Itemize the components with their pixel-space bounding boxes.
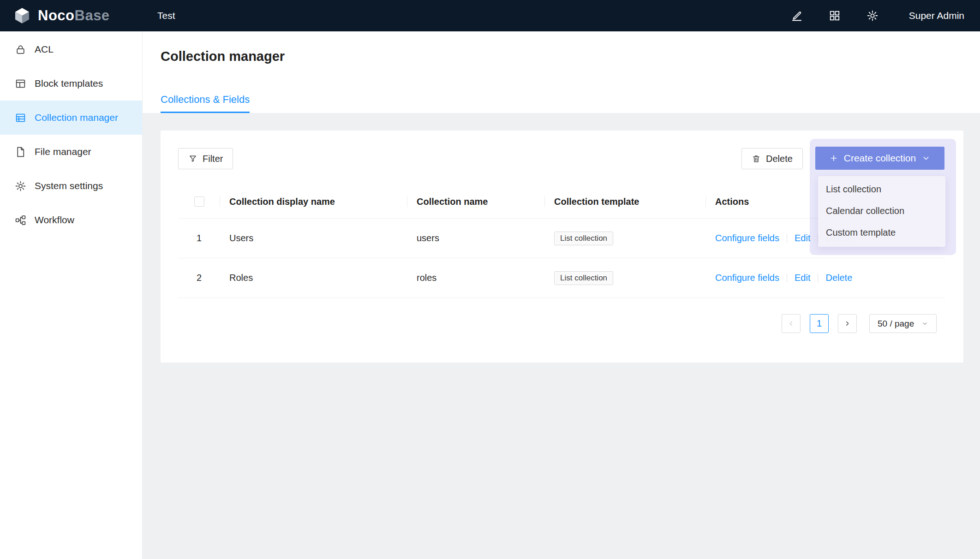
- page-head: Collection manager Collections & Fields: [143, 31, 980, 113]
- brand-light: Base: [75, 7, 110, 24]
- apps-grid-icon[interactable]: [829, 10, 841, 22]
- menu-item-list-collection[interactable]: List collection: [818, 178, 945, 200]
- sidebar-item-acl[interactable]: ACL: [0, 32, 142, 66]
- create-collection-button[interactable]: Create collection: [815, 147, 944, 170]
- create-collection-overlay: Create collection List collection Calend…: [810, 139, 956, 255]
- app-header: NocoBase Test Super Admin: [0, 0, 980, 31]
- file-icon: [15, 146, 26, 158]
- trash-icon: [752, 154, 761, 163]
- row-template-cell: List collection: [545, 232, 706, 245]
- plus-icon: [829, 154, 838, 163]
- sidebar-item-label: Collection manager: [35, 112, 118, 123]
- gear-icon[interactable]: [866, 10, 878, 22]
- menu-item-calendar-collection[interactable]: Calendar collection: [818, 200, 945, 222]
- pagination: 1 50 / page: [782, 314, 937, 333]
- edit-link[interactable]: Edit: [795, 233, 810, 244]
- next-page-button[interactable]: [838, 314, 857, 333]
- tab-collections-fields[interactable]: Collections & Fields: [161, 94, 250, 113]
- action-divider: [787, 234, 787, 243]
- table-icon: [15, 112, 26, 124]
- sidebar-item-label: Workflow: [35, 214, 74, 226]
- row-actions: Configure fields Edit Delete: [706, 273, 945, 283]
- menu-item-custom-template[interactable]: Custom template: [818, 222, 945, 244]
- configure-fields-link[interactable]: Configure fields: [715, 273, 779, 283]
- sidebar-item-system-settings[interactable]: System settings: [0, 169, 142, 203]
- lock-icon: [15, 44, 26, 55]
- collections-card: Filter Delete Collection display name Co…: [161, 131, 963, 363]
- chevron-down-icon: [921, 154, 931, 163]
- chevron-down-icon: [921, 320, 928, 327]
- create-collection-label: Create collection: [844, 153, 916, 164]
- page-number-button[interactable]: 1: [810, 314, 829, 333]
- template-tag: List collection: [554, 271, 613, 285]
- brand-bold: Noco: [38, 7, 75, 24]
- layout-icon: [15, 78, 26, 89]
- row-display-name: Roles: [220, 273, 407, 283]
- filter-button[interactable]: Filter: [178, 148, 233, 169]
- configure-fields-link[interactable]: Configure fields: [715, 233, 779, 244]
- chevron-left-icon: [787, 320, 795, 327]
- delete-button[interactable]: Delete: [741, 148, 803, 169]
- sidebar: ACL Block templates Collection manager F…: [0, 31, 143, 559]
- page-size-value: 50 / page: [878, 319, 914, 329]
- row-name: users: [407, 233, 545, 244]
- nav-item-test[interactable]: Test: [157, 10, 175, 21]
- nocobase-logo[interactable]: NocoBase: [0, 6, 143, 25]
- template-tag: List collection: [554, 232, 613, 245]
- sidebar-item-block-templates[interactable]: Block templates: [0, 66, 142, 101]
- row-name: roles: [407, 273, 545, 283]
- sidebar-item-label: File manager: [35, 146, 91, 157]
- row-index: 1: [178, 233, 220, 244]
- edit-link[interactable]: Edit: [795, 273, 810, 283]
- column-name: Collection name: [407, 185, 545, 218]
- prev-page-button[interactable]: [782, 314, 801, 333]
- filter-label: Filter: [203, 154, 223, 164]
- delete-label: Delete: [766, 154, 793, 164]
- column-display-name: Collection display name: [220, 185, 407, 218]
- user-menu[interactable]: Super Admin: [909, 10, 964, 21]
- brand-text: NocoBase: [38, 7, 110, 24]
- header-checkbox-cell: [178, 185, 220, 218]
- action-divider: [787, 274, 787, 283]
- highlighter-icon[interactable]: [791, 10, 803, 22]
- gear-icon: [15, 180, 26, 192]
- create-collection-menu: List collection Calendar collection Cust…: [818, 176, 945, 247]
- sidebar-item-label: ACL: [35, 44, 54, 55]
- sidebar-item-workflow[interactable]: Workflow: [0, 203, 142, 237]
- page-size-select[interactable]: 50 / page: [869, 314, 937, 333]
- workflow-icon: [15, 214, 26, 226]
- filter-icon: [188, 154, 197, 163]
- page-title: Collection manager: [161, 49, 285, 64]
- header-right: Super Admin: [791, 10, 980, 22]
- chevron-right-icon: [843, 320, 851, 327]
- table-row-roles: 2 Roles roles List collection Configure …: [178, 258, 945, 298]
- delete-link[interactable]: Delete: [825, 273, 852, 283]
- action-divider: [818, 274, 818, 283]
- sidebar-item-collection-manager[interactable]: Collection manager: [0, 101, 142, 135]
- sidebar-item-file-manager[interactable]: File manager: [0, 135, 142, 169]
- row-index: 2: [178, 273, 220, 283]
- sidebar-item-label: System settings: [35, 180, 103, 191]
- main-area: Collection manager Collections & Fields …: [143, 31, 980, 559]
- row-display-name: Users: [220, 233, 407, 244]
- row-template-cell: List collection: [545, 271, 706, 285]
- column-template: Collection template: [545, 185, 706, 218]
- select-all-checkbox[interactable]: [194, 196, 204, 207]
- cube-logo-icon: [13, 6, 31, 25]
- sidebar-item-label: Block templates: [35, 78, 103, 89]
